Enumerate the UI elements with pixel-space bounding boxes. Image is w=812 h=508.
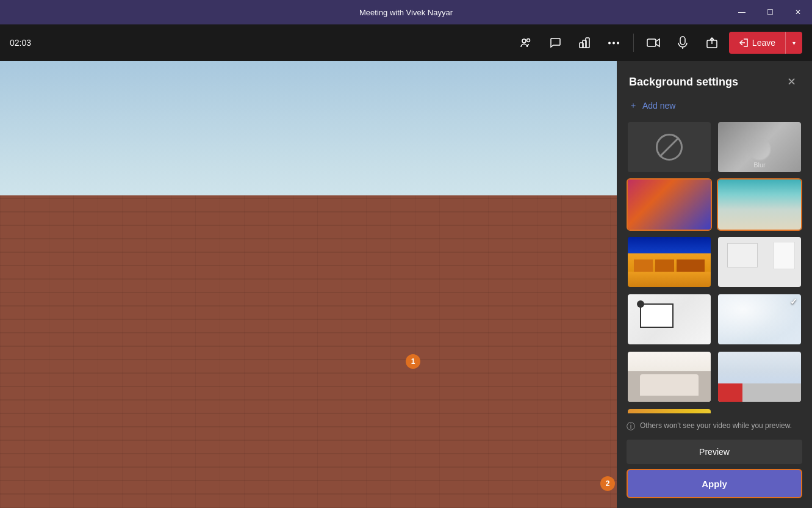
blur-thumbnail: Blur [718, 122, 801, 172]
bg-gradient1-thumb[interactable] [627, 408, 712, 413]
svg-point-7 [617, 42, 619, 44]
mic-button[interactable] [670, 31, 695, 55]
leave-label: Leave [752, 38, 775, 48]
info-text: Others won't see your video while you pr… [640, 421, 792, 431]
more-button[interactable] [602, 31, 626, 55]
window-title: Meeting with Vivek Nayyar [359, 8, 453, 17]
video-background [0, 61, 617, 508]
backgrounds-grid: Blur [617, 121, 812, 413]
svg-point-6 [613, 42, 615, 44]
title-bar: Meeting with Vivek Nayyar — ☐ ✕ [0, 0, 812, 24]
svg-rect-9 [680, 37, 685, 45]
preview-label: Preview [699, 447, 730, 457]
blur-avatar [749, 138, 771, 160]
bg-bedroom-thumb[interactable] [627, 350, 712, 403]
city-thumbnail [628, 237, 711, 287]
info-row: ⓘ Others won't see your video while you … [627, 421, 802, 432]
svg-rect-8 [647, 39, 656, 46]
leave-button[interactable]: Leave [729, 32, 785, 54]
bg-office1-thumb[interactable] [717, 178, 802, 231]
bg-white2-thumb[interactable] [717, 293, 802, 346]
bg-colorful1-thumb[interactable] [627, 178, 712, 231]
bg-row-2 [627, 178, 802, 231]
toolbar-separator [633, 34, 634, 52]
bg-city-thumb[interactable] [627, 236, 712, 288]
share-button[interactable] [700, 31, 724, 55]
bg-row-3 [627, 236, 802, 288]
meeting-timer: 02:03 [10, 38, 31, 48]
bg-blur-thumb[interactable]: Blur [717, 121, 802, 173]
colorful1-thumbnail [628, 180, 711, 230]
window-controls: — ☐ ✕ [728, 0, 812, 24]
toolbar-right: Leave ▾ [514, 31, 802, 55]
bg-none-thumb[interactable] [627, 121, 712, 173]
svg-point-1 [526, 39, 530, 42]
participants-button[interactable] [514, 31, 538, 55]
video-area: 1 [0, 61, 617, 508]
step-1-badge: 1 [406, 354, 420, 369]
chat-button[interactable] [543, 31, 567, 55]
bg-placeholder [717, 408, 802, 413]
bg-row-6 [627, 408, 802, 413]
office2-thumbnail [718, 237, 801, 287]
office3-thumbnail [718, 352, 801, 402]
bg-row-5 [627, 350, 802, 403]
add-icon: ＋ [629, 100, 638, 111]
apply-button[interactable]: Apply [627, 469, 802, 498]
svg-point-0 [522, 39, 526, 43]
white1-thumbnail [628, 294, 711, 344]
bg-white1-thumb[interactable] [627, 293, 712, 346]
close-button[interactable]: ✕ [784, 0, 812, 24]
none-thumbnail [628, 122, 711, 172]
maximize-button[interactable]: ☐ [756, 0, 784, 24]
no-background-icon [656, 134, 683, 161]
add-new-label: Add new [642, 101, 675, 111]
gradient1-thumbnail [628, 409, 711, 413]
bedroom-thumbnail [628, 352, 711, 402]
preview-button[interactable]: Preview [627, 440, 802, 464]
minimize-button[interactable]: — [728, 0, 756, 24]
leave-chevron-button[interactable]: ▾ [785, 32, 802, 54]
bg-office2-thumb[interactable] [717, 236, 802, 288]
office1-thumbnail [718, 180, 801, 230]
meeting-toolbar: 02:03 [0, 24, 812, 61]
blur-label: Blur [753, 161, 766, 169]
close-panel-button[interactable]: ✕ [783, 73, 800, 90]
main-area: 1 Background settings ✕ ＋ Add new [0, 61, 812, 508]
svg-point-5 [608, 42, 611, 44]
bg-office3-thumb[interactable] [717, 350, 802, 403]
apply-label: Apply [702, 479, 727, 489]
share-tray-button[interactable] [572, 31, 597, 55]
white2-thumbnail [718, 294, 801, 344]
info-icon: ⓘ [627, 421, 635, 432]
panel-header: Background settings ✕ [617, 61, 812, 100]
step-2-badge: 2 [600, 476, 615, 491]
leave-button-group: Leave ▾ [729, 32, 802, 54]
add-new-row[interactable]: ＋ Add new [617, 100, 812, 121]
panel-title: Background settings [629, 76, 738, 89]
building-wall [0, 195, 617, 508]
camera-button[interactable] [641, 31, 666, 55]
bg-row-4 [627, 293, 802, 346]
panel-footer: ⓘ Others won't see your video while you … [617, 413, 812, 508]
background-settings-panel: Background settings ✕ ＋ Add new Blur [617, 61, 812, 508]
bg-row-1: Blur [627, 121, 802, 173]
